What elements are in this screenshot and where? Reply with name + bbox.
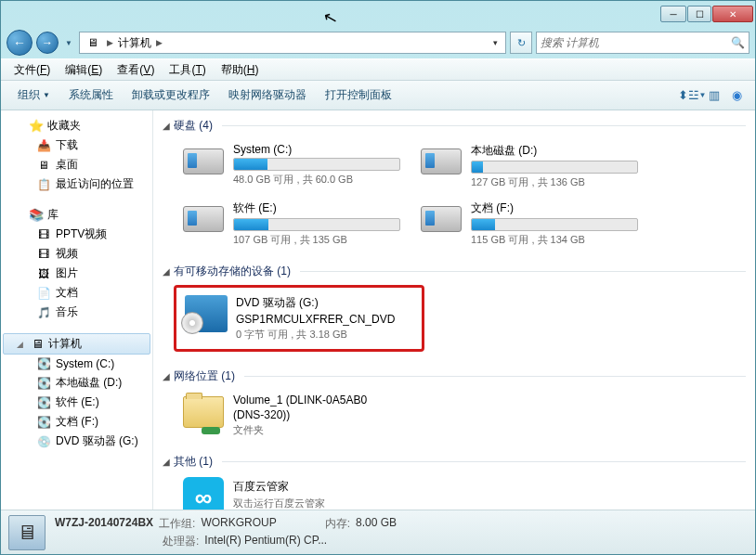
desktop-icon: 🖥 xyxy=(36,158,51,173)
netloc-name: Volume_1 (DLINK-0A5AB0 xyxy=(233,394,411,407)
breadcrumb-sep[interactable]: ▶ xyxy=(104,38,116,47)
menu-t[interactable]: 工具(T) xyxy=(162,60,213,80)
toolbar-sys-props[interactable]: 系统属性 xyxy=(59,84,123,107)
netloc-name2: (DNS-320)) xyxy=(233,408,411,421)
menu-f[interactable]: 文件(F) xyxy=(7,60,58,80)
video-icon: 🎞 xyxy=(36,247,51,262)
category-network[interactable]: ◢网络位置 (1) xyxy=(161,365,748,388)
app-name: 百度云管家 xyxy=(233,479,411,495)
drive-capacity: 127 GB 可用 , 共 136 GB xyxy=(471,175,649,189)
sidebar-item-drive-c[interactable]: 💽System (C:) xyxy=(1,355,152,373)
sidebar-item-music[interactable]: 🎵音乐 xyxy=(1,303,152,322)
sidebar-item-pictures[interactable]: 🖼图片 xyxy=(1,264,152,283)
sidebar-item-downloads[interactable]: 📥下载 xyxy=(1,136,152,155)
sidebar-item-drive-g[interactable]: 💿DVD 驱动器 (G:) xyxy=(1,432,152,451)
status-computer-name: W7ZJ-20140724BX xyxy=(55,516,153,532)
drive-name: 本地磁盘 (D:) xyxy=(471,143,649,159)
search-input[interactable] xyxy=(541,36,731,49)
drive-item[interactable]: 文档 (F:)115 GB 可用 , 共 134 GB xyxy=(415,195,653,252)
drive-icon: 💽 xyxy=(36,356,51,371)
history-dropdown[interactable]: ▼ xyxy=(62,32,75,53)
capacity-bar xyxy=(471,161,638,174)
back-button[interactable]: ← xyxy=(7,30,33,56)
sidebar-item-recent[interactable]: 📋最近访问的位置 xyxy=(1,174,152,194)
breadcrumb-sep[interactable]: ▶ xyxy=(153,38,165,47)
drive-name: 软件 (E:) xyxy=(233,200,411,216)
nav-toolbar: ← → ▼ 🖥 ▶ 计算机 ▶ ▾ ↻ 🔍 xyxy=(1,27,755,58)
maximize-button[interactable]: ☐ xyxy=(687,6,711,22)
address-dropdown[interactable]: ▾ xyxy=(488,38,503,47)
recent-icon: 📋 xyxy=(36,177,51,192)
baidu-cloud-icon: ∞ xyxy=(183,477,224,510)
sidebar-favorites[interactable]: ⭐收藏夹 xyxy=(1,116,152,136)
help-button[interactable]: ◉ xyxy=(725,86,748,105)
highlight-box: DVD 驱动器 (G:) GSP1RMCULXFRER_CN_DVD 0 字节 … xyxy=(174,285,424,352)
titlebar: ─ ☐ ✕ xyxy=(1,1,755,27)
dvd-drive-icon xyxy=(185,295,228,332)
star-icon: ⭐ xyxy=(29,119,44,134)
download-icon: 📥 xyxy=(36,138,51,153)
status-cpu: Intel(R) Pentium(R) CP... xyxy=(204,534,327,549)
sidebar-item-drive-d[interactable]: 💽本地磁盘 (D:) xyxy=(1,373,152,393)
status-mem: 8.00 GB xyxy=(356,516,397,532)
drive-capacity: 115 GB 可用 , 共 134 GB xyxy=(471,233,649,247)
drive-icon: 💽 xyxy=(36,376,51,391)
menu-e[interactable]: 编辑(E) xyxy=(58,60,110,80)
drive-name: System (C:) xyxy=(233,143,411,156)
view-mode-button[interactable]: ⬍☳ ▼ xyxy=(681,86,703,105)
toolbar-map-drive[interactable]: 映射网络驱动器 xyxy=(219,84,316,107)
capacity-bar xyxy=(471,218,638,231)
drive-dvd-g[interactable]: DVD 驱动器 (G:) GSP1RMCULXFRER_CN_DVD 0 字节 … xyxy=(180,290,418,347)
forward-button[interactable]: → xyxy=(36,32,59,54)
network-location[interactable]: Volume_1 (DLINK-0A5AB0 (DNS-320)) 文件夹 xyxy=(177,388,415,443)
command-bar: 组织▼ 系统属性 卸载或更改程序 映射网络驱动器 打开控制面板 ⬍☳ ▼ ▥ ◉ xyxy=(1,81,755,110)
sidebar-item-drive-e[interactable]: 💽软件 (E:) xyxy=(1,393,152,412)
drive-item[interactable]: 本地磁盘 (D:)127 GB 可用 , 共 136 GB xyxy=(415,137,653,195)
explorer-window: ─ ☐ ✕ ← → ▼ 🖥 ▶ 计算机 ▶ ▾ ↻ 🔍 文件(F)编辑(E)查看… xyxy=(0,0,756,555)
picture-icon: 🖼 xyxy=(36,266,51,281)
category-hdd[interactable]: ◢硬盘 (4) xyxy=(161,114,748,137)
search-icon: 🔍 xyxy=(731,36,745,49)
category-removable[interactable]: ◢有可移动存储的设备 (1) xyxy=(161,260,748,283)
breadcrumb-item[interactable]: 计算机 xyxy=(116,35,153,51)
drive-icon: 💽 xyxy=(36,395,51,410)
sidebar-item-documents[interactable]: 📄文档 xyxy=(1,283,152,303)
capacity-bar xyxy=(233,218,400,231)
close-button[interactable]: ✕ xyxy=(712,6,753,22)
organize-menu[interactable]: 组织▼ xyxy=(8,84,59,107)
category-other[interactable]: ◢其他 (1) xyxy=(161,450,748,473)
toolbar-uninstall[interactable]: 卸载或更改程序 xyxy=(123,84,219,107)
network-folder-icon xyxy=(183,396,224,428)
sidebar-item-videos[interactable]: 🎞视频 xyxy=(1,244,152,264)
content-pane: ◢硬盘 (4) System (C:)48.0 GB 可用 , 共 60.0 G… xyxy=(153,110,755,510)
app-desc: 双击运行百度云管家 xyxy=(233,497,411,510)
minimize-button[interactable]: ─ xyxy=(660,6,686,22)
capacity-bar xyxy=(233,158,400,171)
hdd-icon xyxy=(183,148,224,174)
preview-pane-button[interactable]: ▥ xyxy=(703,86,725,105)
status-cpu-label: 处理器: xyxy=(163,534,199,549)
search-box[interactable]: 🔍 xyxy=(536,32,749,54)
refresh-button[interactable]: ↻ xyxy=(510,32,532,54)
computer-large-icon: 🖥 xyxy=(8,515,46,550)
menu-v[interactable]: 查看(V) xyxy=(110,60,162,80)
drive-item[interactable]: 软件 (E:)107 GB 可用 , 共 135 GB xyxy=(177,195,415,252)
drive-capacity: 48.0 GB 可用 , 共 60.0 GB xyxy=(233,173,411,187)
drive-item[interactable]: System (C:)48.0 GB 可用 , 共 60.0 GB xyxy=(177,137,415,195)
toolbar-control-panel[interactable]: 打开控制面板 xyxy=(316,84,401,107)
dvd-icon: 💿 xyxy=(36,434,51,449)
sidebar-computer[interactable]: ◢🖥计算机 xyxy=(3,333,150,355)
menubar: 文件(F)编辑(E)查看(V)工具(T)帮助(H) xyxy=(1,58,755,81)
status-mem-label: 内存: xyxy=(325,516,350,532)
other-app-item[interactable]: ∞ 百度云管家 双击运行百度云管家 xyxy=(177,473,415,510)
sidebar-item-pptv[interactable]: 🎞PPTV视频 xyxy=(1,225,152,244)
sidebar-libraries[interactable]: 📚库 xyxy=(1,205,152,225)
document-icon: 📄 xyxy=(36,286,51,301)
address-bar[interactable]: 🖥 ▶ 计算机 ▶ ▾ xyxy=(79,32,506,54)
drive-capacity: 0 字节 可用 , 共 3.18 GB xyxy=(236,328,414,342)
menu-h[interactable]: 帮助(H) xyxy=(214,60,267,80)
sidebar-item-drive-f[interactable]: 💽文档 (F:) xyxy=(1,412,152,432)
status-workgroup-label: 工作组: xyxy=(159,516,195,532)
sidebar-item-desktop[interactable]: 🖥桌面 xyxy=(1,155,152,174)
netloc-type: 文件夹 xyxy=(233,423,411,437)
